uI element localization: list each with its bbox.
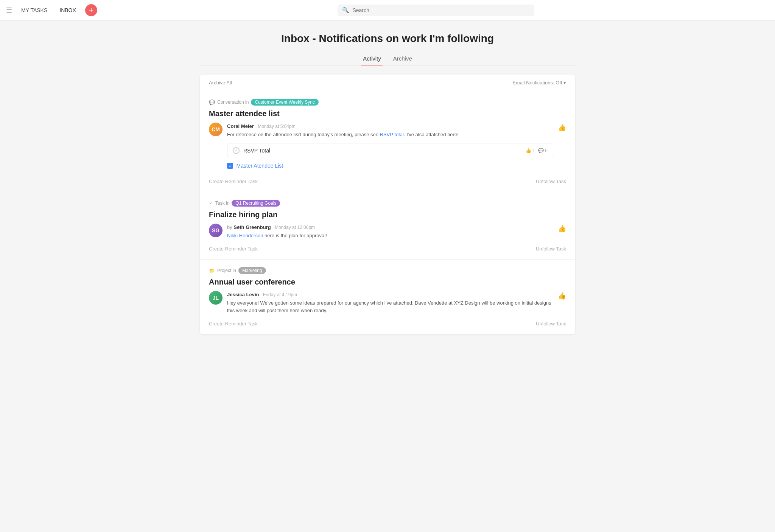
search-input[interactable] <box>352 7 530 13</box>
meta-label: Conversation in <box>217 100 249 105</box>
project-tag[interactable]: Customer Event Weekly Sync <box>251 99 319 106</box>
unfollow-task-button[interactable]: Unfollow Task <box>536 321 566 327</box>
project-tag[interactable]: Marketing <box>238 267 266 274</box>
notif-text: Hey everyone! We've gotten some ideas pr… <box>227 299 553 314</box>
by-label: by <box>227 224 233 230</box>
card-header: Archive All Email Notifications: Off ▾ <box>200 75 575 91</box>
search-bar: 🔍 <box>338 5 534 16</box>
archive-all-button[interactable]: Archive All <box>209 80 232 86</box>
rsvp-link[interactable]: RSVP total. <box>380 132 405 137</box>
notif-meta: 📁 Project in Marketing <box>209 267 566 274</box>
person-link[interactable]: Nikki Henderson <box>227 233 263 238</box>
notif-time: Friday at 4:19pm <box>263 292 297 297</box>
notif-title: Annual user conference <box>209 278 566 286</box>
notif-footer: Create Reminder Task Unfollow Task <box>209 244 566 252</box>
notification-item: ✓ Task in Q1 Recruiting Goals Finalize h… <box>200 192 575 260</box>
hamburger-icon[interactable]: ☰ <box>6 6 12 14</box>
like-button[interactable]: 👍 <box>558 292 566 300</box>
inbox-card: Archive All Email Notifications: Off ▾ 💬… <box>200 75 575 334</box>
notif-footer: Create Reminder Task Unfollow Task <box>209 319 566 327</box>
notif-text: Nikki Henderson here is the plan for app… <box>227 232 553 240</box>
page-title: Inbox - Notifications on work I'm follow… <box>200 33 575 45</box>
notif-content: Jessica Levin Friday at 4:19pm Hey every… <box>227 291 553 314</box>
task-reference[interactable]: ✓ RSVP Total 👍 1 💬 6 <box>227 143 553 158</box>
like-button[interactable]: 👍 <box>558 123 566 132</box>
comment-count: 💬 6 <box>538 148 548 153</box>
notif-meta: 💬 Conversation in Customer Event Weekly … <box>209 99 566 106</box>
create-reminder-button[interactable]: Create Reminder Task <box>209 246 258 252</box>
notif-body: SG by Seth Greenburg Monday at 12:06pm N… <box>209 224 566 240</box>
folder-icon: 📁 <box>209 268 215 274</box>
message-text: here is the plan for approval! <box>265 233 327 238</box>
top-nav: ☰ MY TASKS INBOX + 🔍 <box>0 0 775 20</box>
notif-text: For reference on the attendee lisrt duri… <box>227 131 553 138</box>
task-ref-left: ✓ RSVP Total <box>233 147 270 154</box>
task-check-icon: ✓ <box>233 147 240 154</box>
notif-author: Jessica Levin <box>227 292 259 297</box>
email-notifications-toggle[interactable]: Email Notifications: Off ▾ <box>512 80 566 86</box>
notif-title: Finalize hiring plan <box>209 210 566 219</box>
notification-item: 📁 Project in Marketing Annual user confe… <box>200 260 575 334</box>
add-button[interactable]: + <box>85 4 97 16</box>
like-count: 👍 1 <box>526 148 535 153</box>
tabs: Activity Archive <box>200 52 575 65</box>
notif-time: Monday at 12:06pm <box>275 225 315 230</box>
project-tag[interactable]: Q1 Recruiting Goals <box>232 200 280 207</box>
notif-content: Coral Meier Monday at 5:04pm For referen… <box>227 123 553 172</box>
nav-my-tasks[interactable]: MY TASKS <box>18 6 50 15</box>
notif-time: Monday at 5:04pm <box>258 124 295 129</box>
avatar: JL <box>209 291 223 305</box>
meta-label: Task in <box>215 201 229 206</box>
notification-item: 💬 Conversation in Customer Event Weekly … <box>200 91 575 192</box>
doc-name: Master Atendee List <box>236 163 283 169</box>
notif-title: Master attendee list <box>209 109 566 118</box>
doc-link[interactable]: ≡ Master Atendee List <box>227 163 553 169</box>
check-icon: ✓ <box>209 200 213 206</box>
unfollow-task-button[interactable]: Unfollow Task <box>536 179 566 184</box>
notif-body: CM Coral Meier Monday at 5:04pm For refe… <box>209 123 566 172</box>
task-ref-stats: 👍 1 💬 6 <box>526 148 548 153</box>
notif-body: JL Jessica Levin Friday at 4:19pm Hey ev… <box>209 291 566 314</box>
create-reminder-button[interactable]: Create Reminder Task <box>209 179 258 184</box>
notif-content: by Seth Greenburg Monday at 12:06pm Nikk… <box>227 224 553 240</box>
create-reminder-button[interactable]: Create Reminder Task <box>209 321 258 327</box>
tab-activity[interactable]: Activity <box>361 52 383 65</box>
notif-meta: ✓ Task in Q1 Recruiting Goals <box>209 200 566 207</box>
task-ref-name: RSVP Total <box>243 148 270 154</box>
comment-icon: 💬 <box>209 100 215 105</box>
avatar: SG <box>209 224 223 237</box>
nav-inbox[interactable]: INBOX <box>56 6 79 15</box>
notif-footer: Create Reminder Task Unfollow Task <box>209 177 566 184</box>
unfollow-task-button[interactable]: Unfollow Task <box>536 246 566 252</box>
avatar: CM <box>209 123 223 136</box>
notif-author: Seth Greenburg <box>233 224 271 230</box>
like-button[interactable]: 👍 <box>558 224 566 233</box>
search-icon: 🔍 <box>342 7 349 14</box>
meta-label: Project in <box>217 268 236 273</box>
doc-icon: ≡ <box>227 163 233 169</box>
inbox-page: Inbox - Notifications on work I'm follow… <box>194 20 581 346</box>
tab-archive[interactable]: Archive <box>392 52 414 65</box>
notif-author: Coral Meier <box>227 123 254 129</box>
